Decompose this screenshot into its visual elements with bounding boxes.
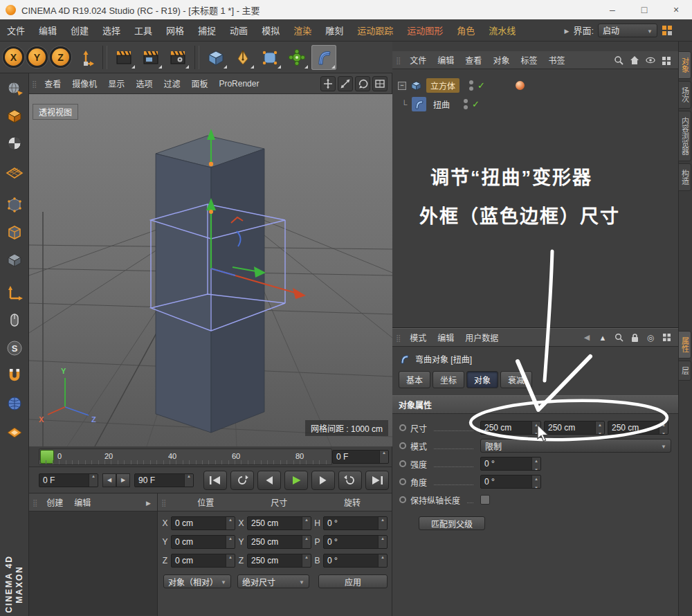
viewport-menu[interactable]: 显示 [102, 78, 130, 89]
object-manager-menu[interactable]: 对象 [487, 54, 515, 66]
drag-handle-icon[interactable] [32, 79, 39, 89]
phong-tag-icon[interactable] [516, 81, 525, 90]
object-manager-menu[interactable]: 查看 [459, 54, 487, 66]
viewport-menu[interactable]: 选项 [130, 78, 158, 89]
drag-handle-icon[interactable] [396, 333, 403, 343]
menu-item[interactable]: 文件 [0, 24, 32, 37]
editor-visibility-dot[interactable] [469, 80, 473, 84]
object-manager-menu[interactable]: 文件 [404, 54, 432, 66]
start-frame-field[interactable]: 0 F [39, 473, 98, 487]
menu-item[interactable]: 工具 [127, 24, 159, 37]
edges-mode-button[interactable] [1, 219, 28, 245]
menu-item[interactable]: 网格 [159, 24, 191, 37]
position-field[interactable]: 0 cm [171, 535, 235, 549]
panel-menu-icon[interactable] [661, 332, 672, 343]
object-name-bend[interactable]: 扭曲 [429, 97, 454, 111]
dock-tab[interactable]: 场次 [678, 81, 691, 109]
subdivision-surface-button[interactable] [257, 45, 282, 70]
render-settings-button[interactable] [165, 45, 190, 70]
viewport-menu[interactable]: 面板 [185, 78, 213, 89]
attribute-tab[interactable]: 衰减 [500, 371, 532, 388]
up-level-icon[interactable] [597, 332, 608, 343]
material-menu[interactable]: 创建 [41, 496, 69, 508]
cube-object[interactable] [156, 136, 264, 433]
current-frame-field[interactable]: 0 F [332, 450, 389, 464]
dock-tab[interactable]: 内容浏览器 [678, 111, 691, 161]
make-editable-button[interactable] [1, 75, 28, 101]
end-frame-field[interactable]: 90 F [134, 473, 194, 487]
expand-arrow-icon[interactable] [564, 25, 569, 35]
menu-item[interactable]: 角色 [450, 24, 482, 37]
size-field[interactable]: 250 cm [247, 554, 311, 568]
rotation-field[interactable]: 0 ° [323, 554, 388, 568]
workplane-mode-button[interactable] [1, 158, 28, 184]
panel-expand-icon[interactable] [146, 498, 154, 507]
expand-toggle-icon[interactable] [398, 82, 406, 90]
size-field[interactable]: 250 cm [247, 516, 311, 530]
texture-mode-button[interactable] [1, 130, 28, 156]
workplane-snap-button[interactable] [1, 418, 28, 444]
size-z-field[interactable]: 250 cm [608, 421, 668, 435]
drag-handle-icon[interactable] [33, 498, 39, 507]
panel-menu-icon[interactable] [660, 54, 673, 66]
snap-settings-button[interactable]: S [1, 335, 28, 361]
menu-item[interactable]: 选择 [95, 24, 127, 37]
menu-item[interactable]: 雕刻 [318, 24, 350, 37]
next-frame-button[interactable] [311, 471, 335, 490]
render-view-button[interactable] [111, 45, 136, 70]
viewport-menu[interactable]: 摄像机 [66, 78, 102, 89]
enabled-check-icon[interactable] [472, 99, 480, 109]
keyframe-dot-icon[interactable] [399, 478, 406, 485]
dock-tab[interactable]: 属性 [678, 331, 691, 359]
keyframe-dot-icon[interactable] [399, 442, 406, 449]
previous-frame-button[interactable] [257, 471, 281, 490]
cube-object-icon[interactable] [409, 78, 424, 93]
menu-item[interactable]: 编辑 [32, 24, 64, 37]
history-back-icon[interactable] [581, 332, 592, 343]
dock-tab[interactable]: 层 [678, 361, 691, 381]
goto-end-button[interactable] [365, 471, 389, 490]
menu-item[interactable]: 创建 [64, 24, 95, 37]
size-field[interactable]: 250 cm [247, 535, 311, 549]
viewport-menu[interactable]: 查看 [39, 78, 66, 89]
pan-view-icon[interactable] [320, 76, 336, 91]
drag-handle-icon[interactable] [396, 55, 403, 65]
spin-up-icon[interactable] [382, 450, 386, 457]
attribute-tab[interactable]: 基本 [399, 371, 430, 388]
menu-item[interactable]: 流水线 [482, 24, 522, 37]
keyframe-dot-icon[interactable] [399, 460, 406, 467]
dock-tab[interactable]: 对象 [678, 51, 691, 79]
menu-item[interactable]: 运动图形 [400, 24, 450, 37]
material-menu[interactable]: 编辑 [69, 496, 96, 508]
apply-button[interactable]: 应用 [318, 574, 388, 588]
attribute-menu[interactable]: 编辑 [432, 332, 459, 343]
object-manager-menu[interactable]: 标签 [515, 54, 543, 66]
attribute-menu[interactable]: 模式 [404, 332, 432, 343]
toggle-view-icon[interactable] [372, 76, 388, 91]
quantize-button[interactable] [1, 390, 28, 417]
target-icon[interactable] [645, 332, 656, 343]
axis-mode-button[interactable] [1, 280, 28, 306]
mode-dropdown[interactable]: 限制 [480, 439, 671, 453]
rotation-field[interactable]: 0 ° [323, 535, 388, 549]
axis-lock-button[interactable]: Z [50, 46, 71, 68]
menu-item[interactable]: 运动跟踪 [350, 24, 400, 37]
home-icon[interactable] [628, 54, 641, 66]
play-button[interactable] [284, 471, 308, 490]
viewport-canvas[interactable]: Y Z X 透视视图 网格间距 : 1000 cm [29, 94, 392, 446]
primitive-cube-button[interactable] [203, 45, 228, 70]
attribute-tab[interactable]: 坐标 [432, 371, 464, 388]
render-visibility-dot[interactable] [469, 87, 473, 91]
lock-icon[interactable] [629, 332, 640, 343]
points-mode-button[interactable] [1, 191, 28, 217]
bend-deformer-button[interactable] [311, 45, 336, 70]
keyframe-dot-icon[interactable] [399, 424, 406, 431]
axis-lock-button[interactable]: X [3, 46, 24, 68]
enabled-check-icon[interactable] [477, 80, 485, 91]
coordinate-mode-dropdown[interactable]: 对象（相对） [163, 574, 231, 588]
menu-item[interactable]: 动画 [223, 24, 255, 37]
object-name-cube[interactable]: 立方体 [426, 78, 459, 93]
attribute-menu[interactable]: 用户数据 [459, 332, 504, 343]
model-mode-button[interactable] [1, 102, 28, 129]
coordinate-system-button[interactable] [73, 45, 98, 70]
